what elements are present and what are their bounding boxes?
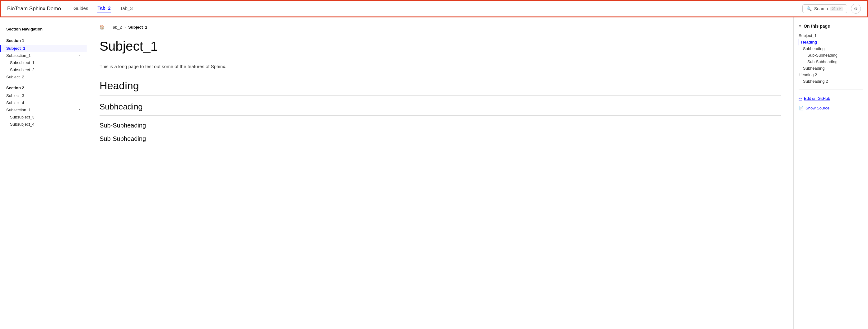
- settings-button[interactable]: ⚙: [851, 4, 861, 14]
- header-nav: Guides Tab_2 Tab_3: [73, 5, 802, 12]
- right-sidebar: ≡ On this page Subject_1 Heading Subhead…: [793, 18, 868, 329]
- toc-subsubheading-1[interactable]: Sub-Subheading: [799, 52, 863, 59]
- main-content: 🏠 › Tab_2 › Subject_1 Subject_1 This is …: [87, 18, 793, 329]
- sidebar-item-subsubject2[interactable]: Subsubject_2: [0, 66, 87, 73]
- search-icon: 🔍: [806, 6, 812, 11]
- subheading-section: Subheading: [99, 102, 781, 116]
- on-this-page-header: ≡ On this page: [799, 24, 863, 29]
- search-button[interactable]: 🔍 Search ⌘ + K: [802, 4, 847, 13]
- heading-section: Heading: [99, 79, 781, 96]
- nav-tab-tab3[interactable]: Tab_3: [120, 6, 133, 12]
- nav-tab-tab2[interactable]: Tab_2: [97, 5, 111, 12]
- breadcrumb-tab2[interactable]: Tab_2: [111, 25, 122, 30]
- header: BioTeam Sphinx Demo Guides Tab_2 Tab_3 🔍…: [0, 0, 868, 18]
- home-icon[interactable]: 🏠: [99, 25, 104, 30]
- header-right: 🔍 Search ⌘ + K ⚙: [802, 4, 861, 14]
- sidebar-item-subject3[interactable]: Subject_3: [0, 92, 87, 99]
- list-icon: ≡: [799, 24, 801, 29]
- site-brand: BioTeam Sphinx Demo: [7, 6, 61, 12]
- edit-on-github-link[interactable]: ✏ Edit on GitHub: [799, 95, 863, 102]
- page-intro: This is a long page to test out some of …: [99, 63, 781, 70]
- gear-icon: ⚙: [854, 6, 858, 11]
- toc-subheading-2[interactable]: Subheading: [799, 65, 863, 71]
- toc-heading[interactable]: Heading: [799, 39, 863, 45]
- toc-subheading-1[interactable]: Subheading: [799, 45, 863, 52]
- expand-icon-s2: ∧: [79, 108, 81, 112]
- breadcrumb-current: Subject_1: [128, 25, 147, 30]
- sidebar-item-subject1[interactable]: Subject_1: [0, 45, 87, 52]
- sidebar-item-subsection1-s2[interactable]: Subsection_1 ∧: [0, 106, 87, 113]
- page-title: Subject_1: [99, 39, 781, 59]
- subsubheading-2: Sub-Subheading: [99, 135, 781, 142]
- body-layout: Section Navigation Section 1 Subject_1 S…: [0, 18, 868, 329]
- toc-heading2[interactable]: Heading 2: [799, 71, 863, 78]
- left-sidebar: Section Navigation Section 1 Subject_1 S…: [0, 18, 87, 329]
- section-nav-title: Section Navigation: [0, 24, 87, 33]
- section-1-header: Section 1: [0, 33, 87, 45]
- pencil-icon: ✏: [799, 96, 802, 101]
- sidebar-item-subsubject1[interactable]: Subsubject_1: [0, 59, 87, 66]
- toc-subheading2[interactable]: Subheading 2: [799, 78, 863, 85]
- breadcrumb: 🏠 › Tab_2 › Subject_1: [99, 25, 781, 30]
- sidebar-item-subsection1[interactable]: Subsection_1 ∧: [0, 52, 87, 59]
- sidebar-item-subject2[interactable]: Subject_2: [0, 73, 87, 80]
- document-icon: 📄: [799, 106, 804, 110]
- search-label: Search: [814, 6, 828, 11]
- section-2-header: Section 2: [0, 80, 87, 92]
- expand-icon: ∧: [79, 54, 81, 57]
- toc-subject1[interactable]: Subject_1: [799, 32, 863, 39]
- nav-tab-guides[interactable]: Guides: [73, 6, 88, 12]
- subsubheading-1: Sub-Subheading: [99, 122, 781, 129]
- sidebar-item-subject4[interactable]: Subject_4: [0, 99, 87, 106]
- toc-subsubheading-2[interactable]: Sub-Subheading: [799, 59, 863, 65]
- sidebar-item-subsubject4[interactable]: Subsubject_4: [0, 121, 87, 128]
- show-source-link[interactable]: 📄 Show Source: [799, 104, 863, 112]
- toc-divider: [799, 90, 863, 90]
- on-this-page-label: On this page: [804, 24, 830, 29]
- sidebar-item-subsubject3[interactable]: Subsubject_3: [0, 113, 87, 121]
- search-shortcut: ⌘ + K: [830, 6, 843, 11]
